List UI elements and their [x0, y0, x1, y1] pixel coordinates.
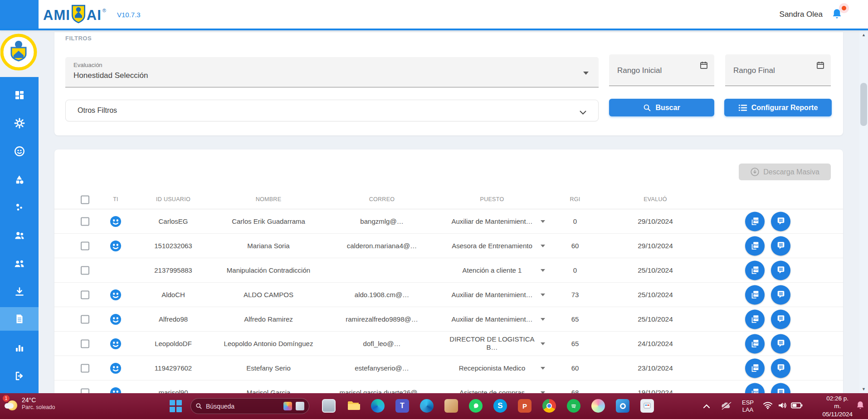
select-all-checkbox[interactable] — [81, 196, 89, 204]
sidebar-nav — [0, 77, 39, 393]
puesto-dropdown-arrow[interactable] — [541, 294, 545, 296]
sidebar-item-downloads[interactable] — [0, 280, 39, 303]
puesto-dropdown-arrow[interactable] — [541, 245, 545, 247]
sidebar-item-reports[interactable] — [0, 307, 39, 331]
volume-icon[interactable] — [777, 401, 787, 411]
edge-icon[interactable] — [420, 399, 434, 413]
pdf-report-button[interactable]: PDF — [745, 334, 765, 353]
sidebar-item-bubbles[interactable] — [0, 196, 39, 219]
rango-final-field[interactable]: Rango Final — [725, 54, 831, 86]
taskbar-clock[interactable]: 02:26 p. m. 05/11/2024 — [822, 394, 853, 418]
task-view-icon[interactable] — [322, 399, 336, 413]
pdf-report-button[interactable]: PDF — [745, 212, 765, 231]
sidebar-item-profile-sphere[interactable] — [0, 140, 39, 163]
calendar-icon[interactable] — [699, 61, 708, 72]
weather-badge: 1 — [3, 395, 10, 402]
snipping-tool-icon[interactable] — [640, 399, 654, 413]
puesto-dropdown-arrow[interactable] — [541, 269, 545, 272]
evaluacion-select[interactable]: Evaluación Honestidad Selección — [65, 57, 599, 87]
language-indicator[interactable]: ESP LAA — [742, 399, 754, 414]
whatsapp-icon[interactable] — [469, 399, 483, 413]
copilot-icon[interactable] — [591, 399, 605, 413]
sidebar-item-statistics[interactable] — [0, 336, 39, 360]
buscar-button[interactable]: Buscar — [609, 99, 714, 116]
comments-button[interactable] — [771, 285, 790, 304]
wifi-icon[interactable] — [763, 401, 773, 411]
svg-text:PDF: PDF — [753, 366, 759, 369]
comments-button[interactable] — [771, 212, 790, 231]
cell-nombre: Leopoldo Antonio Domínguez — [222, 339, 315, 348]
spotify-icon[interactable] — [567, 399, 580, 413]
search-highlight-icon[interactable] — [283, 402, 292, 410]
app-icon-6[interactable] — [444, 399, 458, 413]
notifications-bell-icon[interactable] — [831, 8, 844, 21]
search-camera-icon[interactable] — [296, 402, 304, 410]
row-checkbox[interactable] — [81, 315, 89, 323]
start-button[interactable] — [170, 400, 182, 412]
onedrive-offline-icon[interactable] — [720, 401, 732, 412]
ti-icon — [110, 289, 122, 301]
photos-icon[interactable] — [616, 399, 629, 413]
row-checkbox[interactable] — [81, 339, 89, 348]
page-scrollbar[interactable]: ▲ ▼ — [859, 30, 868, 393]
row-checkbox[interactable] — [81, 290, 89, 299]
row-checkbox[interactable] — [81, 364, 89, 372]
row-checkbox[interactable] — [81, 241, 89, 250]
sidebar-item-dashboard[interactable] — [0, 83, 39, 107]
row-checkbox[interactable] — [81, 217, 89, 226]
taskbar-weather-widget[interactable]: 1 24°C Parc. soleado — [5, 396, 55, 410]
comments-button[interactable] — [771, 309, 790, 329]
sidebar-item-settings[interactable] — [0, 111, 39, 135]
results-card: Descarga Masiva TI ID USUARIO NOMBRE COR… — [54, 149, 843, 419]
tray-expand-caret[interactable] — [703, 402, 710, 410]
current-user-name[interactable]: Sandra Olea — [780, 10, 823, 19]
pdf-report-button[interactable]: PDF — [745, 309, 765, 329]
skype-icon[interactable]: S — [493, 399, 507, 413]
cell-evaluo: 23/10/2024 — [617, 364, 694, 372]
cell-id-usuario: 1510232063 — [135, 241, 212, 250]
select-arrow-icon[interactable] — [583, 72, 589, 75]
chevron-down-icon — [580, 109, 586, 117]
puesto-dropdown-arrow[interactable] — [541, 318, 545, 321]
sidebar-item-logout[interactable] — [0, 364, 39, 388]
comments-button[interactable] — [771, 260, 790, 280]
sidebar-item-users[interactable] — [0, 224, 39, 247]
otros-filtros-expander[interactable]: Otros Filtros — [65, 100, 599, 121]
descarga-masiva-button[interactable]: Descarga Masiva — [739, 164, 831, 180]
col-header-id-usuario: ID USUARIO — [156, 196, 190, 202]
taskbar-search[interactable]: Búsqueda — [190, 398, 309, 414]
table-row: AldoCH ALDO CAMPOS aldo.1908.cm@… Auxili… — [54, 283, 843, 307]
battery-icon[interactable] — [791, 402, 803, 410]
pdf-report-button[interactable]: PDF — [745, 236, 765, 255]
sidebar-item-categories[interactable] — [0, 168, 39, 191]
rango-inicial-field[interactable]: Rango Inicial — [609, 54, 714, 86]
weather-temp: 24°C — [22, 396, 55, 404]
sidebar-item-groups[interactable] — [0, 252, 39, 275]
chrome-icon[interactable] — [542, 399, 556, 413]
filters-card: FILTROS Evaluación Honestidad Selección … — [54, 32, 843, 135]
download-circle-icon — [750, 167, 760, 177]
file-explorer-icon[interactable] — [346, 399, 360, 413]
puesto-dropdown-arrow[interactable] — [541, 342, 545, 345]
comments-button[interactable] — [771, 334, 790, 353]
pdf-report-button[interactable]: PDF — [745, 358, 765, 378]
calendar-icon[interactable] — [816, 61, 825, 72]
powerpoint-icon[interactable]: P — [518, 399, 532, 413]
puesto-dropdown-arrow[interactable] — [541, 367, 545, 370]
pdf-report-button[interactable]: PDF — [745, 260, 765, 280]
comments-button[interactable] — [771, 358, 790, 378]
cell-puesto: DIRECTOR DE LOGISTICA B… — [444, 335, 541, 352]
comments-button[interactable] — [771, 236, 790, 255]
configurar-reporte-button[interactable]: Configurar Reporte — [724, 99, 832, 116]
row-checkbox[interactable] — [81, 266, 89, 275]
teams-icon[interactable]: T — [395, 399, 409, 413]
notification-center-bell-icon[interactable] — [855, 400, 865, 412]
scroll-up-arrow[interactable]: ▲ — [859, 30, 868, 39]
logo-text-left: AMI — [43, 8, 70, 22]
pdf-report-button[interactable]: PDF — [745, 285, 765, 304]
scroll-thumb[interactable] — [860, 83, 867, 126]
edge-dev-icon[interactable] — [371, 399, 385, 413]
scroll-down-arrow[interactable]: ▼ — [859, 385, 868, 393]
pdf-icon: PDF — [750, 314, 760, 324]
puesto-dropdown-arrow[interactable] — [541, 220, 545, 223]
